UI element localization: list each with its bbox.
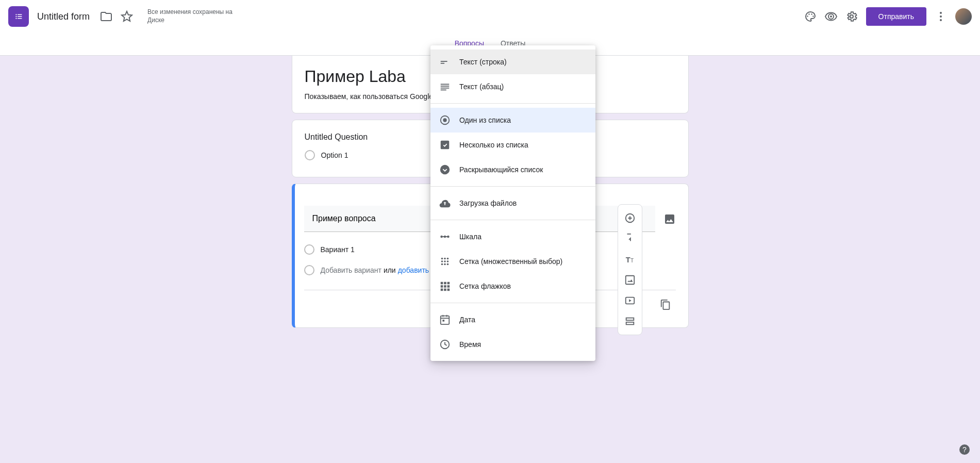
import-questions-icon[interactable]: [621, 229, 639, 248]
svg-point-35: [444, 260, 446, 262]
dropdown-separator: [430, 303, 595, 303]
svg-point-3: [15, 16, 16, 17]
type-label: Дата: [459, 316, 475, 324]
svg-rect-53: [442, 320, 444, 322]
add-image-icon[interactable]: [663, 213, 676, 225]
svg-point-26: [440, 236, 443, 238]
help-icon[interactable]: ?: [958, 443, 971, 456]
svg-rect-51: [442, 315, 443, 317]
svg-rect-40: [441, 282, 443, 285]
grid-radio-icon: [439, 255, 451, 268]
svg-rect-43: [441, 285, 443, 288]
svg-text:T: T: [630, 258, 634, 263]
side-toolbar: TT: [618, 204, 642, 335]
svg-point-15: [940, 19, 942, 21]
form-canvas: Пример Laba Показываем, как пользоваться…: [0, 56, 980, 463]
dropdown-separator: [430, 220, 595, 220]
svg-point-9: [811, 13, 812, 14]
svg-rect-2: [18, 14, 22, 15]
folder-icon[interactable]: [96, 6, 117, 27]
type-label: Один из списка: [459, 116, 511, 124]
svg-point-12: [850, 15, 853, 18]
type-time[interactable]: Время: [430, 332, 595, 357]
svg-point-10: [812, 15, 813, 16]
calendar-icon: [439, 313, 451, 326]
type-paragraph[interactable]: Текст (абзац): [430, 74, 595, 99]
svg-point-25: [440, 165, 450, 174]
cloud-upload-icon: [439, 197, 451, 209]
svg-rect-44: [444, 285, 446, 288]
svg-rect-18: [441, 84, 450, 85]
dropdown-icon: [439, 163, 451, 176]
type-short-answer[interactable]: Текст (строка): [430, 49, 595, 74]
svg-point-34: [441, 260, 443, 262]
type-date[interactable]: Дата: [430, 307, 595, 332]
svg-rect-6: [18, 18, 22, 19]
linear-scale-icon: [439, 230, 451, 243]
svg-point-13: [940, 12, 942, 14]
svg-point-1: [15, 14, 16, 15]
svg-point-8: [808, 13, 809, 14]
account-avatar[interactable]: [955, 8, 972, 25]
svg-point-14: [940, 15, 942, 18]
checkbox-icon: [439, 139, 451, 151]
svg-point-28: [444, 236, 446, 238]
star-icon[interactable]: [117, 6, 137, 27]
question-type-dropdown: Текст (строка) Текст (абзац) Один из спи…: [430, 45, 595, 361]
add-title-icon[interactable]: TT: [621, 250, 639, 269]
radio-icon: [304, 244, 314, 255]
svg-rect-45: [447, 285, 450, 288]
option-label: Option 1: [321, 151, 348, 159]
dropdown-separator: [430, 186, 595, 187]
type-linear-scale[interactable]: Шкала: [430, 224, 595, 249]
svg-point-32: [444, 258, 446, 260]
svg-rect-50: [441, 318, 450, 319]
add-option-button[interactable]: Добавить вариант: [321, 266, 381, 274]
svg-rect-58: [626, 276, 635, 285]
type-label: Сетка флажков: [459, 282, 511, 290]
type-mc-grid[interactable]: Сетка (множественный выбор): [430, 249, 595, 274]
preview-icon[interactable]: [821, 6, 841, 27]
svg-rect-61: [626, 322, 634, 325]
svg-rect-60: [626, 318, 634, 321]
dropdown-separator: [430, 103, 595, 104]
svg-rect-42: [447, 282, 450, 285]
svg-rect-16: [441, 61, 447, 62]
type-dropdown[interactable]: Раскрывающийся список: [430, 157, 595, 182]
svg-rect-47: [444, 289, 446, 291]
document-title[interactable]: Untitled form: [37, 11, 90, 22]
svg-rect-21: [441, 90, 446, 91]
type-label: Загрузка файлов: [459, 199, 517, 207]
duplicate-icon[interactable]: [655, 294, 676, 315]
type-label: Текст (абзац): [459, 82, 504, 91]
type-multiple-choice[interactable]: Один из списка: [430, 108, 595, 133]
type-checkbox-grid[interactable]: Сетка флажков: [430, 274, 595, 299]
svg-point-36: [447, 260, 449, 262]
settings-icon[interactable]: [841, 6, 862, 27]
svg-point-11: [830, 15, 832, 18]
svg-rect-41: [444, 282, 446, 285]
more-icon[interactable]: [931, 6, 951, 27]
svg-point-31: [441, 258, 443, 260]
type-label: Сетка (множественный выбор): [459, 257, 562, 266]
save-status: Все изменения сохранены на Диске: [147, 8, 235, 24]
type-checkboxes[interactable]: Несколько из списка: [430, 133, 595, 157]
add-section-icon[interactable]: [621, 312, 639, 330]
send-button[interactable]: Отправить: [866, 7, 926, 26]
forms-logo[interactable]: [8, 6, 29, 27]
add-video-icon[interactable]: [621, 291, 639, 310]
svg-point-23: [443, 118, 446, 122]
svg-point-33: [447, 258, 449, 260]
type-label: Шкала: [459, 233, 481, 241]
svg-rect-20: [441, 88, 450, 89]
svg-point-37: [441, 263, 443, 266]
add-image-icon[interactable]: [621, 271, 639, 289]
svg-rect-24: [441, 141, 450, 150]
palette-icon[interactable]: [800, 6, 821, 27]
add-question-icon[interactable]: [621, 209, 639, 227]
paragraph-icon: [439, 80, 451, 93]
option-label[interactable]: Вариант 1: [321, 245, 355, 254]
type-file-upload[interactable]: Загрузка файлов: [430, 191, 595, 216]
radio-button-icon: [439, 114, 451, 126]
svg-rect-48: [447, 289, 450, 291]
